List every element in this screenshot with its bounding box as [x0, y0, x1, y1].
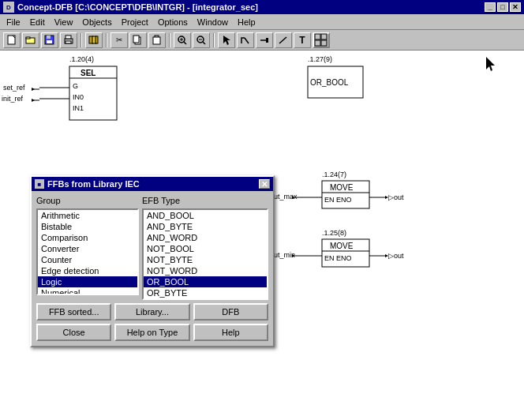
group-item-counter[interactable]: Counter [38, 254, 137, 265]
svg-rect-7 [66, 36, 71, 39]
library-button[interactable]: Library... [114, 303, 189, 321]
group-label: Group [36, 196, 61, 205]
dialog-body: Group EFB Type Arithmetic Bistable Compa… [32, 191, 273, 346]
efb-or-byte[interactable]: OR_BYTE [144, 287, 267, 298]
svg-rect-15 [153, 37, 160, 44]
app-icon: D [3, 2, 14, 13]
menu-objects[interactable]: Objects [77, 16, 116, 28]
title-bar: D Concept-DFB [C:\CONCEPT\DFB\INTGR] - [… [0, 0, 524, 14]
efb-not-bool[interactable]: NOT_BOOL [144, 243, 267, 254]
svg-marker-46 [32, 99, 35, 102]
efb-type-label: EFB Type [142, 196, 180, 205]
efb-type-listbox[interactable]: AND_BOOL AND_BYTE AND_WORD NOT_BOOL NOT_… [142, 208, 268, 300]
efb-and-bool[interactable]: AND_BOOL [144, 210, 267, 221]
svg-text:OR_BOOL: OR_BOOL [310, 78, 349, 87]
menu-options[interactable]: Options [153, 16, 193, 28]
menu-file[interactable]: File [2, 16, 25, 28]
window-title: Concept-DFB [C:\CONCEPT\DFB\INTGR] - [in… [17, 2, 485, 12]
group-item-comparison[interactable]: Comparison [38, 232, 137, 243]
line-button[interactable] [275, 32, 292, 48]
svg-rect-2 [26, 37, 30, 39]
svg-rect-8 [66, 41, 71, 43]
svg-text:▷out: ▷out [388, 252, 404, 260]
efb-or-bool[interactable]: OR_BOOL [144, 276, 267, 287]
svg-rect-13 [133, 36, 139, 43]
svg-line-24 [245, 38, 249, 43]
menu-window[interactable]: Window [193, 16, 233, 28]
buttons-row-2: Close Help on Type Help [36, 324, 268, 341]
efb-and-word[interactable]: AND_WORD [144, 232, 267, 243]
new-button[interactable] [3, 32, 21, 48]
angle-button[interactable] [237, 32, 254, 48]
svg-text:.1.24(7): .1.24(7) [322, 171, 346, 178]
menu-help[interactable]: Help [233, 16, 260, 28]
help-button[interactable]: Help [193, 324, 268, 341]
close-button[interactable]: ✕ [510, 2, 521, 12]
svg-text:.1.27(9): .1.27(9) [308, 55, 332, 63]
dialog-close-button[interactable]: ✕ [259, 179, 270, 189]
svg-text:set_ref: set_ref [3, 84, 25, 92]
efb-not-byte[interactable]: NOT_BYTE [144, 254, 267, 265]
help-on-type-button[interactable]: Help on Type [114, 324, 189, 341]
svg-text:IN1: IN1 [73, 104, 84, 112]
toolbar: ✂ T [0, 30, 524, 51]
svg-text:G: G [73, 82, 78, 90]
connect-button[interactable] [256, 32, 273, 48]
minimize-button[interactable]: _ [485, 2, 496, 12]
canvas-area: .1.20(4) SEL G IN0 IN1 set_ref init_ref … [0, 51, 524, 420]
column-headers: Group EFB Type [36, 196, 268, 205]
svg-line-21 [203, 42, 205, 44]
svg-rect-26 [266, 38, 268, 43]
text-button[interactable]: T [294, 32, 311, 48]
print-button[interactable] [60, 32, 77, 48]
svg-text:MOVE: MOVE [330, 183, 354, 192]
svg-rect-4 [47, 36, 51, 39]
menu-edit[interactable]: Edit [25, 16, 50, 28]
sep4 [213, 33, 215, 47]
group-listbox[interactable]: Arithmetic Bistable Comparison Converter… [36, 208, 139, 295]
svg-marker-23 [223, 36, 230, 45]
copy-button[interactable] [129, 32, 147, 48]
efb-and-byte[interactable]: AND_BYTE [144, 221, 267, 232]
svg-text:EN  ENO: EN ENO [324, 254, 352, 262]
sep1 [80, 33, 82, 47]
close-button[interactable]: Close [36, 324, 111, 341]
svg-rect-11 [95, 36, 98, 43]
svg-text:IN0: IN0 [73, 93, 84, 101]
menu-view[interactable]: View [50, 16, 78, 28]
svg-rect-29 [321, 34, 327, 39]
zoom-out-button[interactable] [193, 32, 210, 48]
group-item-edge-detection[interactable]: Edge detection [38, 265, 137, 276]
grid-button[interactable] [313, 32, 330, 48]
group-item-converter[interactable]: Converter [38, 243, 137, 254]
ffb-sorted-button[interactable]: FFB sorted... [36, 303, 111, 321]
save-button[interactable] [41, 32, 58, 48]
paste-button[interactable] [148, 32, 166, 48]
group-item-logic[interactable]: Logic [38, 276, 137, 287]
efb-not-word[interactable]: NOT_WORD [144, 265, 267, 276]
group-item-arithmetic[interactable]: Arithmetic [38, 210, 137, 221]
menu-bar: File Edit View Objects Project Options W… [0, 14, 524, 30]
dfb-button[interactable]: DFB [193, 303, 268, 321]
svg-rect-28 [315, 34, 320, 39]
sep2 [106, 33, 107, 47]
svg-rect-5 [47, 40, 52, 43]
dialog-icon: ■ [35, 179, 44, 189]
group-item-bistable[interactable]: Bistable [38, 221, 137, 232]
menu-project[interactable]: Project [117, 16, 153, 28]
dialog-title-bar[interactable]: ■ FFBs from Library IEC ✕ [32, 177, 273, 191]
cut-button[interactable]: ✂ [110, 32, 128, 48]
group-item-numerical[interactable]: Numerical [38, 287, 137, 295]
zoom-in-button[interactable] [174, 32, 191, 48]
svg-text:.1.20(4): .1.20(4) [69, 55, 94, 63]
svg-line-27 [279, 37, 286, 43]
svg-text:EN  ENO: EN ENO [324, 196, 352, 204]
open-button[interactable] [22, 32, 39, 48]
library-button[interactable] [85, 32, 103, 48]
select-button[interactable] [218, 32, 235, 48]
sep3 [169, 33, 170, 47]
svg-line-17 [184, 42, 186, 44]
maximize-button[interactable]: □ [497, 2, 508, 12]
ffb-library-dialog: ■ FFBs from Library IEC ✕ Group EFB Type [30, 175, 275, 347]
svg-text:.1.25(8): .1.25(8) [322, 229, 346, 237]
